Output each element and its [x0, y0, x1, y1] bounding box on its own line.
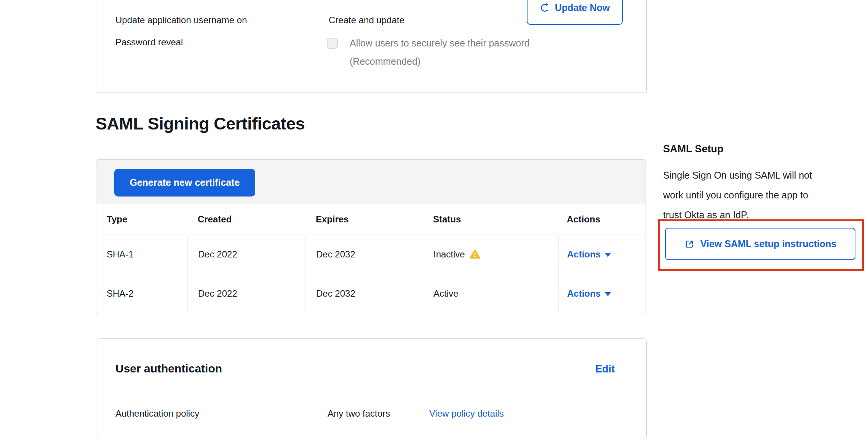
password-reveal-option-line2: (Recommended)	[350, 56, 420, 67]
saml-signing-certificates-heading: SAML Signing Certificates	[96, 114, 305, 134]
external-link-icon	[684, 239, 695, 249]
actions-label: Actions	[567, 249, 601, 260]
certificates-toolbar: Generate new certificate	[96, 160, 646, 204]
actions-menu-button[interactable]: Actions	[567, 249, 611, 260]
caret-down-icon	[605, 292, 611, 296]
sign-on-settings-card: Update application username on Create an…	[96, 0, 647, 93]
column-header-created: Created	[187, 204, 305, 235]
authentication-policy-value: Any two factors	[328, 408, 390, 419]
edit-link[interactable]: Edit	[595, 363, 615, 375]
actions-menu-button[interactable]: Actions	[567, 288, 611, 299]
password-reveal-option-line1: Allow users to securely see their passwo…	[350, 38, 529, 49]
status-text: Inactive	[433, 249, 465, 260]
saml-setup-description-line: Single Sign On using SAML will not	[663, 165, 854, 185]
warning-icon	[470, 249, 480, 260]
certificates-table-header: Type Created Expires Status Actions	[96, 204, 646, 235]
view-policy-details-link[interactable]: View policy details	[429, 408, 504, 419]
cert-status-cell: Inactive	[423, 235, 558, 274]
certificates-panel: Generate new certificate Type Created Ex…	[96, 159, 646, 314]
username-update-label: Update application username on	[115, 15, 247, 26]
saml-setup-description: Single Sign On using SAML will not work …	[663, 165, 854, 225]
view-saml-setup-instructions-label: View SAML setup instructions	[700, 238, 836, 249]
password-reveal-checkbox[interactable]	[327, 38, 338, 49]
table-row: SHA-1 Dec 2022 Dec 2032 Inactive Actions	[96, 235, 646, 274]
update-now-label: Update Now	[555, 2, 610, 13]
refresh-icon	[540, 3, 550, 13]
cert-status-cell: Active	[423, 274, 558, 313]
column-header-status: Status	[423, 204, 558, 235]
cert-type-cell: SHA-2	[96, 274, 187, 313]
table-row: SHA-2 Dec 2022 Dec 2032 Active Actions	[96, 274, 646, 313]
cert-created-cell: Dec 2022	[187, 235, 305, 274]
password-reveal-label: Password reveal	[115, 37, 183, 48]
okta-app-sign-on-page: Update application username on Create an…	[0, 0, 868, 441]
user-authentication-title: User authentication	[115, 362, 222, 375]
saml-setup-title: SAML Setup	[663, 143, 724, 155]
column-header-expires: Expires	[305, 204, 423, 235]
username-update-value: Create and update	[329, 15, 404, 26]
cert-expires-cell: Dec 2032	[305, 274, 423, 313]
update-now-button[interactable]: Update Now	[527, 0, 623, 25]
column-header-actions: Actions	[558, 204, 646, 235]
cert-expires-cell: Dec 2032	[305, 235, 423, 274]
status-text: Active	[433, 288, 458, 299]
user-authentication-card: User authentication Edit Authentication …	[96, 338, 647, 439]
view-saml-setup-instructions-button[interactable]: View SAML setup instructions	[665, 228, 855, 260]
generate-new-certificate-button[interactable]: Generate new certificate	[114, 169, 255, 197]
authentication-policy-label: Authentication policy	[115, 408, 199, 419]
caret-down-icon	[605, 253, 611, 257]
column-header-type: Type	[96, 204, 187, 235]
cert-created-cell: Dec 2022	[187, 274, 305, 313]
actions-label: Actions	[567, 288, 601, 299]
cert-type-cell: SHA-1	[96, 235, 187, 274]
saml-setup-description-line: work until you configure the app to	[663, 185, 854, 205]
